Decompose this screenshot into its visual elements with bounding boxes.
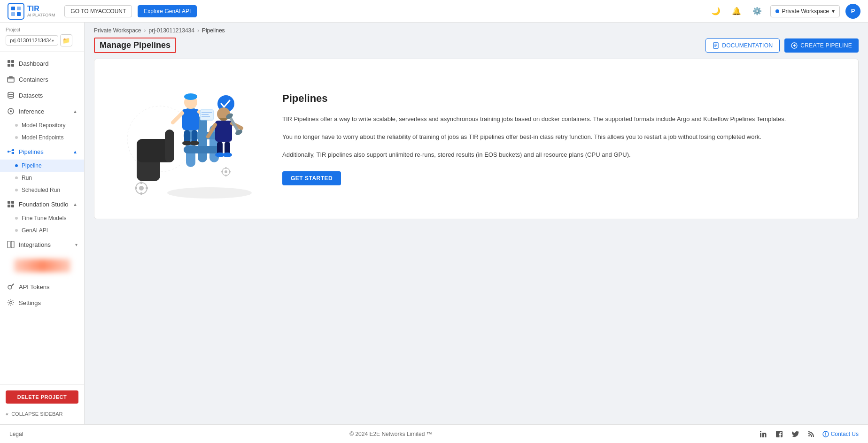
explore-genai-button[interactable]: Explore GenAI API [138, 5, 197, 17]
inference-label: Inference [19, 108, 44, 115]
svg-point-23 [10, 302, 12, 304]
svg-rect-20 [8, 241, 10, 248]
containers-icon [7, 75, 15, 84]
datasets-label: Datasets [19, 92, 43, 99]
svg-rect-38 [140, 192, 142, 195]
sidebar-item-containers[interactable]: Containers [0, 71, 84, 87]
sidebar-item-pipeline[interactable]: Pipeline [0, 160, 84, 172]
go-to-myaccount-button[interactable]: GO TO MYACCOUNT [64, 5, 132, 17]
genai-api-label: GenAI API [22, 227, 48, 234]
twitter-icon[interactable] [790, 429, 800, 439]
svg-rect-19 [11, 205, 14, 207]
svg-point-64 [223, 153, 232, 157]
foundation-studio-expand-icon: ▲ [73, 202, 78, 207]
sidebar-item-dashboard[interactable]: Dashboard [0, 55, 84, 71]
documentation-button[interactable]: DOCUMENTATION [705, 38, 780, 53]
project-label: Project [6, 27, 78, 32]
project-id: prj-013011213434 [10, 38, 52, 43]
svg-rect-4 [8, 60, 10, 63]
sidebar-item-foundation-studio[interactable]: Foundation Studio ▲ [0, 196, 84, 212]
sidebar-item-api-tokens[interactable]: API Tokens [0, 279, 84, 295]
project-folder-icon[interactable]: 📁 [60, 34, 72, 46]
svg-rect-7 [11, 64, 14, 67]
sidebar-item-scheduled-run[interactable]: Scheduled Run [0, 184, 84, 196]
model-repository-label: Model Repository [22, 122, 65, 129]
sidebar-item-datasets[interactable]: Datasets [0, 87, 84, 103]
workspace-selector[interactable]: Private Workspace ▾ [770, 5, 840, 17]
svg-point-67 [760, 431, 761, 432]
rss-icon[interactable] [806, 429, 816, 439]
svg-rect-57 [215, 121, 232, 142]
fine-tune-models-label: Fine Tune Models [22, 215, 66, 222]
svg-rect-40 [146, 187, 148, 189]
page-title-box: Manage Pipelines [94, 38, 176, 53]
svg-rect-39 [135, 187, 137, 189]
sidebar-item-integrations[interactable]: Integrations ▾ [0, 237, 84, 252]
facebook-icon[interactable] [775, 429, 784, 439]
model-endpoints-dot [15, 136, 18, 139]
project-chevron-icon: ▾ [52, 38, 54, 43]
svg-rect-50 [182, 109, 199, 130]
sidebar-item-pipelines[interactable]: Pipelines ▲ [0, 144, 84, 160]
contact-us-button[interactable]: Contact Us [822, 431, 859, 437]
header-actions: DOCUMENTATION CREATE PIPELINE [705, 38, 859, 53]
breadcrumb-current: Pipelines [202, 27, 225, 34]
user-avatar[interactable]: P [845, 4, 860, 19]
svg-rect-13 [8, 151, 9, 153]
get-started-button[interactable]: GET STARTED [282, 171, 341, 185]
breadcrumb-workspace[interactable]: Private Workspace [94, 27, 141, 34]
footer-legal[interactable]: Legal [9, 431, 23, 437]
breadcrumb-project[interactable]: prj-013011213434 [148, 27, 194, 34]
main-layout: Project prj-013011213434 ▾ 📁 Dashboard [0, 23, 868, 424]
svg-point-22 [8, 285, 12, 289]
workspace-dot [775, 9, 779, 13]
sidebar-item-model-endpoints[interactable]: Model Endpoints [0, 131, 84, 144]
documentation-label: DOCUMENTATION [722, 42, 773, 49]
svg-rect-15 [12, 152, 14, 154]
pipeline-info-title: Pipelines [282, 92, 830, 105]
content-area: Private Workspace › prj-013011213434 › P… [85, 23, 868, 424]
sidebar-item-fine-tune-models[interactable]: Fine Tune Models [0, 212, 84, 224]
footer-right: Contact Us [759, 429, 859, 439]
collapse-arrows-icon: « [6, 411, 8, 417]
svg-rect-5 [11, 60, 14, 63]
doc-icon [713, 42, 719, 49]
foundation-studio-label: Foundation Studio [19, 201, 69, 208]
settings-icon[interactable]: ⚙️ [750, 4, 765, 19]
delete-project-button[interactable]: DELETE PROJECT [6, 390, 78, 404]
integrations-icon [7, 240, 15, 249]
project-dropdown[interactable]: prj-013011213434 ▾ [6, 35, 58, 46]
contact-icon [822, 431, 829, 437]
svg-rect-8 [8, 77, 14, 82]
sidebar-item-run[interactable]: Run [0, 172, 84, 184]
sidebar-item-settings[interactable]: Settings [0, 295, 84, 311]
sidebar-bottom: DELETE PROJECT « COLLAPSE SIDEBAR [0, 384, 84, 424]
svg-rect-46 [229, 171, 231, 173]
theme-toggle-icon[interactable]: 🌙 [708, 4, 723, 19]
svg-rect-14 [12, 149, 14, 151]
svg-rect-43 [225, 167, 227, 169]
footer: Legal © 2024 E2E Networks Limited ™ Cont… [0, 424, 868, 443]
sidebar-item-genai-api[interactable]: GenAI API [0, 224, 84, 237]
datasets-icon [7, 91, 15, 99]
workspace-label: Private Workspace [782, 8, 829, 15]
logo-sub: AI PLATFORM [27, 13, 55, 17]
sidebar-item-model-repository[interactable]: Model Repository [0, 119, 84, 131]
pipeline-info-text2: You no longer have to worry about the re… [282, 132, 830, 142]
create-pipeline-button[interactable]: CREATE PIPELINE [784, 38, 859, 53]
collapse-sidebar-button[interactable]: « COLLAPSE SIDEBAR [6, 409, 78, 419]
linkedin-icon[interactable] [759, 429, 768, 439]
notifications-icon[interactable]: 🔔 [729, 4, 744, 19]
api-tokens-label: API Tokens [19, 283, 50, 290]
svg-point-42 [225, 170, 227, 173]
pipeline-card: Pipelines TIR Pipelines offer a way to w… [94, 59, 859, 219]
svg-rect-0 [11, 7, 15, 10]
model-repository-dot [15, 124, 18, 127]
sidebar: Project prj-013011213434 ▾ 📁 Dashboard [0, 23, 85, 424]
inference-expand-icon: ▲ [73, 109, 78, 114]
pipelines-label: Pipelines [19, 148, 44, 155]
breadcrumb-sep-2: › [197, 27, 199, 34]
integrations-label: Integrations [19, 241, 51, 248]
logo-box [8, 3, 24, 20]
sidebar-item-inference[interactable]: Inference ▲ [0, 103, 84, 119]
